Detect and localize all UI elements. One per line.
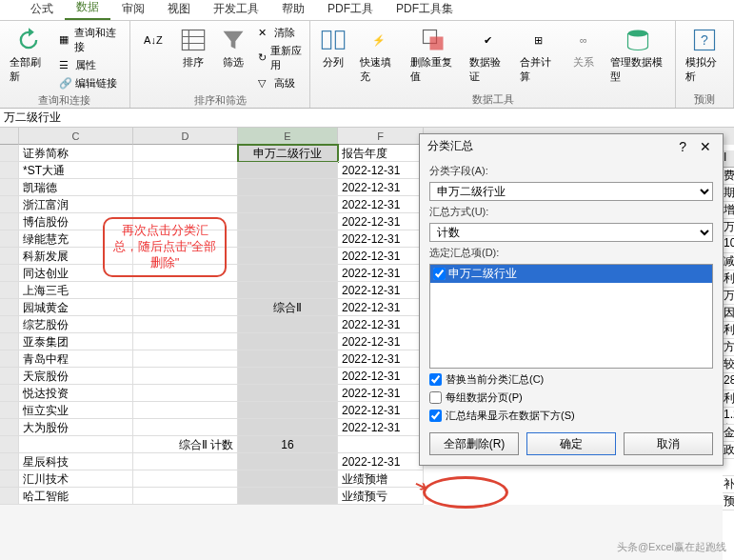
cancel-button[interactable]: 取消 <box>624 432 713 455</box>
remove-all-button[interactable]: 全部删除(R) <box>429 432 519 455</box>
data-validation-button[interactable]: ✔数据验证 <box>466 25 510 86</box>
below-check[interactable]: 汇总结果显示在数据下方(S) <box>429 409 713 423</box>
row-header[interactable] <box>0 453 19 470</box>
filter-button[interactable]: 筛选 <box>216 25 250 91</box>
row-header[interactable] <box>0 419 19 436</box>
flash-fill-button[interactable]: ⚡快速填充 <box>356 25 401 86</box>
tab-pdf2[interactable]: PDF工具集 <box>385 0 465 20</box>
cell[interactable] <box>238 350 338 368</box>
cell[interactable] <box>133 282 238 299</box>
cell[interactable] <box>133 385 238 402</box>
cell[interactable] <box>133 453 238 470</box>
tab-pdf1[interactable]: PDF工具 <box>316 0 385 20</box>
items-list[interactable]: 申万二级行业 <box>429 264 713 369</box>
consolidate-button[interactable]: ⊞合并计算 <box>516 25 561 86</box>
cell[interactable] <box>238 230 338 248</box>
pagebreak-check[interactable]: 每组数据分页(P) <box>429 390 713 405</box>
cell[interactable]: 2022-12-31 <box>338 248 424 265</box>
cell[interactable] <box>238 385 338 402</box>
cell[interactable]: 2022-12-31 <box>338 385 424 402</box>
cell[interactable] <box>133 470 238 488</box>
cell[interactable] <box>338 436 424 453</box>
edit-links-button[interactable]: 🔗编辑链接 <box>57 75 124 91</box>
formula-bar[interactable]: 万二级行业 <box>0 109 734 128</box>
data-model-button[interactable]: 管理数据模型 <box>606 25 669 86</box>
cell[interactable]: 2022-12-31 <box>338 162 424 179</box>
cell[interactable] <box>238 333 338 350</box>
cell[interactable] <box>238 470 338 488</box>
cell[interactable]: 哈工智能 <box>19 488 133 505</box>
cell[interactable] <box>133 368 238 385</box>
reapply-button[interactable]: ↻重新应用 <box>256 43 305 73</box>
cell[interactable]: 2022-12-31 <box>338 230 424 248</box>
cell[interactable] <box>238 368 338 385</box>
row-header[interactable] <box>0 333 19 350</box>
tab-review[interactable]: 审阅 <box>110 0 156 20</box>
cell[interactable] <box>238 453 338 470</box>
row-header[interactable] <box>0 179 19 196</box>
cell[interactable]: 天宸股份 <box>19 368 133 385</box>
remove-dup-button[interactable]: 删除重复值 <box>407 25 460 86</box>
cell[interactable] <box>238 265 338 282</box>
relationships-button[interactable]: ∞关系 <box>566 25 601 86</box>
row-header[interactable] <box>0 436 19 453</box>
cell[interactable]: 业绩预增 <box>338 470 424 488</box>
row-header[interactable] <box>0 299 19 316</box>
cell[interactable]: 园城黄金 <box>19 299 133 316</box>
cell[interactable]: 2022-12-31 <box>338 316 424 333</box>
cell[interactable]: 汇川技术 <box>19 470 133 488</box>
row-header[interactable] <box>0 350 19 368</box>
cell[interactable] <box>238 248 338 265</box>
method-select[interactable]: 计数 <box>429 223 713 242</box>
cell[interactable]: 上海三毛 <box>19 282 133 299</box>
row-header[interactable] <box>0 145 19 162</box>
tab-formula[interactable]: 公式 <box>19 0 65 20</box>
cell[interactable]: 恒立实业 <box>19 402 133 419</box>
row-header[interactable] <box>0 402 19 419</box>
cell[interactable]: 2022-12-31 <box>338 282 424 299</box>
cell[interactable] <box>238 402 338 419</box>
col-c[interactable]: C <box>19 128 133 145</box>
cell[interactable]: 悦达投资 <box>19 385 133 402</box>
close-button[interactable]: ✕ <box>696 139 715 154</box>
cell[interactable]: 2022-12-31 <box>338 419 424 436</box>
cell[interactable] <box>133 419 238 436</box>
clear-filter-button[interactable]: ✕清除 <box>256 25 305 41</box>
row-header[interactable] <box>0 248 19 265</box>
cell[interactable] <box>19 436 133 453</box>
cell[interactable] <box>238 282 338 299</box>
cell[interactable]: 星辰科技 <box>19 453 133 470</box>
row-header[interactable] <box>0 196 19 213</box>
field-select[interactable]: 申万二级行业 <box>429 182 713 201</box>
row-header[interactable] <box>0 316 19 333</box>
col-e[interactable]: E <box>238 128 338 145</box>
cell[interactable]: 申万二级行业 <box>238 145 338 162</box>
cell[interactable] <box>238 196 338 213</box>
cell[interactable]: *ST大通 <box>19 162 133 179</box>
text-to-cols-button[interactable]: 分列 <box>316 25 350 86</box>
cell[interactable]: 业绩预亏 <box>338 488 424 505</box>
cell[interactable] <box>238 179 338 196</box>
list-item[interactable]: 申万二级行业 <box>430 265 712 283</box>
cell[interactable]: 浙江富润 <box>19 196 133 213</box>
col-f[interactable]: F <box>338 128 424 145</box>
row-header[interactable] <box>0 213 19 230</box>
cell[interactable] <box>238 162 338 179</box>
cell[interactable]: 2022-12-31 <box>338 453 424 470</box>
cell[interactable] <box>238 316 338 333</box>
cell[interactable] <box>238 488 338 505</box>
cell[interactable]: 综艺股份 <box>19 316 133 333</box>
cell[interactable]: 亚泰集团 <box>19 333 133 350</box>
tab-data[interactable]: 数据 <box>65 0 110 20</box>
help-button[interactable]: ? <box>675 139 690 154</box>
row-header[interactable] <box>0 230 19 248</box>
cell[interactable]: 2022-12-31 <box>338 333 424 350</box>
cell[interactable] <box>133 316 238 333</box>
cell[interactable]: 证券简称 <box>19 145 133 162</box>
what-if-button[interactable]: ?模拟分析 <box>682 25 727 86</box>
row-header[interactable] <box>0 470 19 488</box>
cell[interactable]: 综合Ⅱ <box>238 299 338 316</box>
cell[interactable]: 2022-12-31 <box>338 350 424 368</box>
row-header[interactable] <box>0 368 19 385</box>
tab-dev[interactable]: 开发工具 <box>202 0 270 20</box>
